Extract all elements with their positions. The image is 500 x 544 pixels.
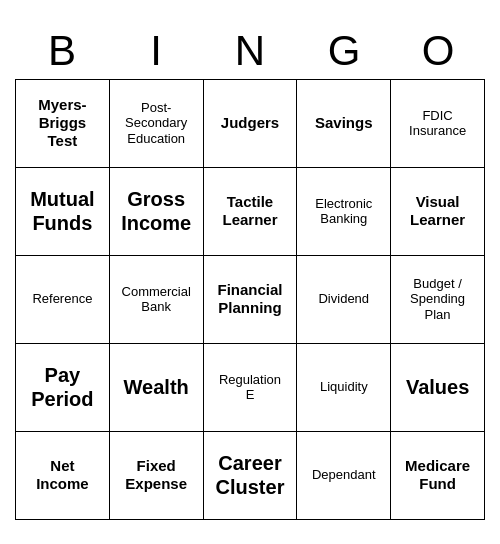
cell-text: FDIC Insurance bbox=[409, 108, 466, 139]
cell-text: Regulation E bbox=[219, 372, 281, 403]
bingo-cell: Myers- Briggs Test bbox=[16, 80, 110, 168]
bingo-cell: Wealth bbox=[110, 344, 204, 432]
bingo-cell: Judgers bbox=[204, 80, 298, 168]
bingo-cell: Regulation E bbox=[204, 344, 298, 432]
bingo-cell: Commercial Bank bbox=[110, 256, 204, 344]
bingo-header: BINGO bbox=[15, 24, 485, 78]
bingo-cell: FDIC Insurance bbox=[391, 80, 485, 168]
bingo-cell: Values bbox=[391, 344, 485, 432]
bingo-cell: Reference bbox=[16, 256, 110, 344]
cell-text: Post- Secondary Education bbox=[125, 100, 187, 147]
bingo-cell: Liquidity bbox=[297, 344, 391, 432]
bingo-cell: Mutual Funds bbox=[16, 168, 110, 256]
bingo-cell: Dividend bbox=[297, 256, 391, 344]
bingo-grid: Myers- Briggs TestPost- Secondary Educat… bbox=[15, 79, 485, 520]
cell-text: Career Cluster bbox=[216, 451, 285, 499]
cell-text: Pay Period bbox=[31, 363, 93, 411]
cell-text: Gross Income bbox=[121, 187, 191, 235]
bingo-cell: Gross Income bbox=[110, 168, 204, 256]
header-letter: I bbox=[109, 24, 203, 78]
cell-text: Commercial Bank bbox=[122, 284, 191, 315]
bingo-cell: Visual Learner bbox=[391, 168, 485, 256]
bingo-card: BINGO Myers- Briggs TestPost- Secondary … bbox=[15, 24, 485, 519]
bingo-cell: Budget / Spending Plan bbox=[391, 256, 485, 344]
cell-text: Net Income bbox=[36, 457, 89, 493]
cell-text: Mutual Funds bbox=[30, 187, 94, 235]
header-letter: N bbox=[203, 24, 297, 78]
bingo-cell: Tactile Learner bbox=[204, 168, 298, 256]
bingo-cell: Net Income bbox=[16, 432, 110, 520]
cell-text: Electronic Banking bbox=[315, 196, 372, 227]
bingo-cell: Career Cluster bbox=[204, 432, 298, 520]
cell-text: Myers- Briggs Test bbox=[38, 96, 86, 150]
cell-text: Dividend bbox=[318, 291, 369, 307]
bingo-cell: Post- Secondary Education bbox=[110, 80, 204, 168]
cell-text: Wealth bbox=[124, 375, 189, 399]
cell-text: Values bbox=[406, 375, 469, 399]
cell-text: Fixed Expense bbox=[125, 457, 187, 493]
bingo-cell: Dependant bbox=[297, 432, 391, 520]
cell-text: Financial Planning bbox=[217, 281, 282, 317]
cell-text: Liquidity bbox=[320, 379, 368, 395]
bingo-cell: Savings bbox=[297, 80, 391, 168]
cell-text: Medicare Fund bbox=[405, 457, 470, 493]
cell-text: Judgers bbox=[221, 114, 279, 132]
bingo-cell: Pay Period bbox=[16, 344, 110, 432]
cell-text: Savings bbox=[315, 114, 373, 132]
header-letter: G bbox=[297, 24, 391, 78]
bingo-cell: Fixed Expense bbox=[110, 432, 204, 520]
bingo-cell: Medicare Fund bbox=[391, 432, 485, 520]
header-letter: O bbox=[391, 24, 485, 78]
bingo-cell: Electronic Banking bbox=[297, 168, 391, 256]
cell-text: Tactile Learner bbox=[222, 193, 277, 229]
cell-text: Budget / Spending Plan bbox=[410, 276, 465, 323]
header-letter: B bbox=[15, 24, 109, 78]
cell-text: Visual Learner bbox=[410, 193, 465, 229]
cell-text: Dependant bbox=[312, 467, 376, 483]
cell-text: Reference bbox=[32, 291, 92, 307]
bingo-cell: Financial Planning bbox=[204, 256, 298, 344]
